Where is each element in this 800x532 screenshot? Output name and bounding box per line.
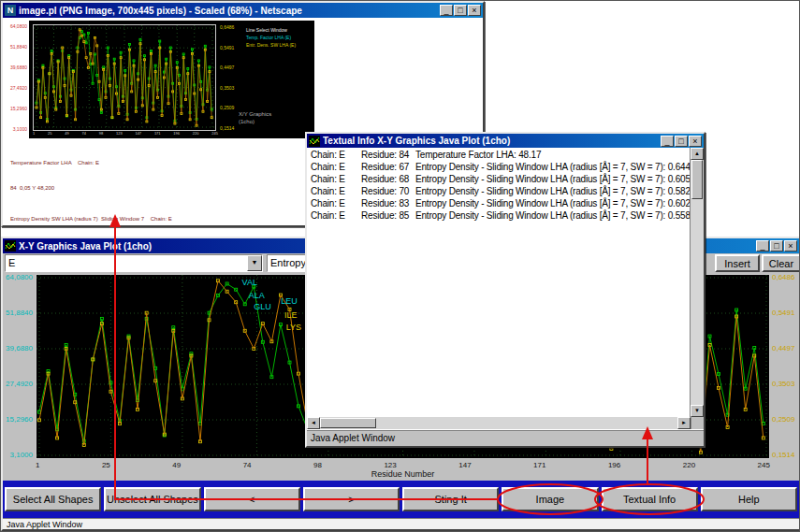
scroll-down-icon[interactable]: ▼ xyxy=(691,405,704,417)
sting-it-button[interactable]: Sting It xyxy=(402,487,499,511)
svg-text:GLU: GLU xyxy=(254,302,271,311)
xy-graphics-window-controls: _ □ × xyxy=(756,240,797,252)
right-axis-tick: 0,1514 xyxy=(772,452,794,459)
clear-button[interactable]: Clear xyxy=(762,254,800,272)
mini-plot-x-axis-labels: 125497498123147171196220245 xyxy=(33,131,218,136)
mini-left-tick: 27,4920 xyxy=(10,85,27,91)
close-icon[interactable]: × xyxy=(468,5,481,16)
textual-info-row[interactable]: Chain: EResidue: 85Entropy Density - Sli… xyxy=(307,210,690,223)
screenshot-canvas: N image.pl (PNG Image, 700x445 pixels) -… xyxy=(0,0,800,532)
left-axis-tick: 3,1000 xyxy=(10,452,33,459)
xy-plot-icon xyxy=(309,136,320,147)
maximize-icon[interactable]: □ xyxy=(770,240,783,252)
textual-info-window-controls: _ □ × xyxy=(661,136,702,147)
textual-info-row[interactable]: Chain: EResidue: 83Entropy Density - Sli… xyxy=(307,198,690,210)
main-status-bar: Java Applet Window xyxy=(3,518,799,529)
textual-info-status-bar: Java Applet Window xyxy=(307,429,704,446)
x-axis-labels: 125497498123147171196220245 xyxy=(36,461,770,469)
mini-plot-legend: Line Select Window Temp. Factor LHA (E) … xyxy=(246,26,313,49)
mini-left-tick: 51,8840 xyxy=(10,44,27,50)
textual-info-window: Textual Info X-Y Graphics Java Plot (1ch… xyxy=(305,132,705,448)
insert-button[interactable]: Insert xyxy=(715,254,760,272)
left-axis-tick: 64,0800 xyxy=(6,274,33,281)
textual-info-row[interactable]: Chain: EResidue: 70Entropy Density - Sli… xyxy=(307,186,690,198)
netscape-titlebar[interactable]: N image.pl (PNG Image, 700x445 pixels) -… xyxy=(3,3,483,18)
mini-right-tick: 0,6486 xyxy=(220,24,244,30)
left-axis-labels: 64,0800 51,8840 39,6880 27,4920 15,2960 … xyxy=(3,274,34,459)
mini-right-tick: 0,5491 xyxy=(220,45,244,50)
left-axis-tick: 27,4920 xyxy=(6,381,33,388)
netscape-title: image.pl (PNG Image, 700x445 pixels) - S… xyxy=(19,6,437,16)
help-button[interactable]: Help xyxy=(701,487,797,511)
textual-info-title: Textual Info X-Y Graphics Java Plot (1ch… xyxy=(323,136,658,146)
left-axis-tick: 39,6880 xyxy=(6,345,33,352)
mini-plot-image: 0,6486 0,5491 0,4497 0,3503 0,2509 0,151… xyxy=(29,21,314,138)
svg-text:VAL: VAL xyxy=(242,278,257,287)
java-applet-warning: Java Applet Window xyxy=(311,433,395,443)
mini-plot-left-axis-labels: 64,0800 51,8840 39,6880 27,4920 15,2960 … xyxy=(7,23,27,132)
unselect-all-shapes-button[interactable]: Unselect All Shapes xyxy=(104,487,200,511)
mini-right-tick: 0,3503 xyxy=(220,85,244,91)
horizontal-scrollbar[interactable]: ◄ ► xyxy=(307,417,691,429)
scroll-up-icon[interactable]: ▲ xyxy=(691,148,704,160)
java-applet-warning: Java Applet Window xyxy=(7,520,82,529)
minimize-icon[interactable]: _ xyxy=(440,5,453,16)
mini-left-tick: 3,1000 xyxy=(13,126,27,132)
textual-info-titlebar[interactable]: Textual Info X-Y Graphics Java Plot (1ch… xyxy=(307,134,704,148)
horizontal-scrollbar-thumb[interactable] xyxy=(320,418,376,428)
right-axis-tick: 0,3503 xyxy=(772,381,794,388)
select-all-shapes-button[interactable]: Select All Shapes xyxy=(5,487,101,511)
image-info-text: Temperature Factor LHA Chain: E 84 0,05 … xyxy=(10,142,214,225)
textual-info-row[interactable]: Chain: EResidue: 67Entropy Density - Sli… xyxy=(307,162,690,174)
mini-left-tick: 64,0800 xyxy=(10,23,27,29)
textual-info-row[interactable]: Chain: EResidue: 68Entropy Density - Sli… xyxy=(307,174,690,186)
minimize-icon[interactable]: _ xyxy=(661,136,674,147)
image-button[interactable]: Image xyxy=(502,487,598,511)
chain-select[interactable]: E ▼ xyxy=(5,254,263,272)
textual-info-list[interactable]: Chain: EResidue: 84Temperature Factor LH… xyxy=(307,148,691,417)
chain-select-value: E xyxy=(6,255,247,271)
netscape-icon: N xyxy=(5,5,16,16)
close-icon[interactable]: × xyxy=(689,136,702,147)
mini-plot-frame xyxy=(33,24,216,131)
mini-plot-title: X/Y Graphics (1cho) xyxy=(239,110,271,125)
chevron-down-icon[interactable]: ▼ xyxy=(247,255,262,271)
scroll-right-icon[interactable]: ► xyxy=(677,417,691,429)
netscape-window-controls: _ □ × xyxy=(440,5,481,16)
mini-right-tick: 0,1514 xyxy=(220,125,244,131)
svg-text:ILE: ILE xyxy=(284,310,298,320)
textual-info-body: Chain: EResidue: 84Temperature Factor LH… xyxy=(307,148,704,417)
prev-button[interactable]: < xyxy=(204,487,300,511)
horizontal-scrollbar-row: ◄ ► xyxy=(307,417,704,429)
legend-header: Line Select Window xyxy=(246,26,313,34)
maximize-icon[interactable]: □ xyxy=(454,5,467,16)
info-line: Entropy Density SW LHA (radius 7) Slidin… xyxy=(10,215,214,223)
legend-entry: Entr. Dens. SW LHA (E) xyxy=(246,41,313,49)
close-icon[interactable]: × xyxy=(784,240,797,252)
right-axis-tick: 0,6486 xyxy=(772,274,794,281)
right-axis-tick: 0,2509 xyxy=(772,416,794,424)
svg-text:LYS: LYS xyxy=(286,323,301,332)
right-axis-tick: 0,5491 xyxy=(772,309,794,317)
legend-entry: Temp. Factor LHA (E) xyxy=(246,34,313,41)
info-line: 84 0,05 Y 48,200 xyxy=(10,184,214,193)
resize-gripper[interactable] xyxy=(691,417,704,429)
next-button[interactable]: > xyxy=(303,487,400,511)
vertical-scrollbar-thumb[interactable] xyxy=(691,160,703,199)
vertical-scrollbar[interactable]: ▲ ▼ xyxy=(691,148,704,417)
minimize-icon[interactable]: _ xyxy=(756,240,769,252)
mini-left-tick: 15,2960 xyxy=(10,106,27,111)
left-axis-tick: 51,8840 xyxy=(6,309,33,317)
maximize-icon[interactable]: □ xyxy=(675,136,688,147)
svg-text:LEU: LEU xyxy=(281,296,298,306)
textual-info-button[interactable]: Textual Info xyxy=(602,487,698,511)
textual-info-row[interactable]: Chain: EResidue: 84Temperature Factor LH… xyxy=(307,150,690,162)
right-axis-labels: 0,6486 0,5491 0,4497 0,3503 0,2509 0,151… xyxy=(772,274,800,459)
mini-plot-chart xyxy=(33,24,216,131)
right-axis-tick: 0,4497 xyxy=(772,345,794,352)
scroll-left-icon[interactable]: ◄ xyxy=(307,417,320,429)
mini-left-tick: 39,6880 xyxy=(10,65,27,70)
svg-text:ALA: ALA xyxy=(249,291,265,300)
plot-actions-bar: Select All Shapes Unselect All Shapes < … xyxy=(3,481,799,518)
x-axis-title: Residue Number xyxy=(36,469,770,479)
